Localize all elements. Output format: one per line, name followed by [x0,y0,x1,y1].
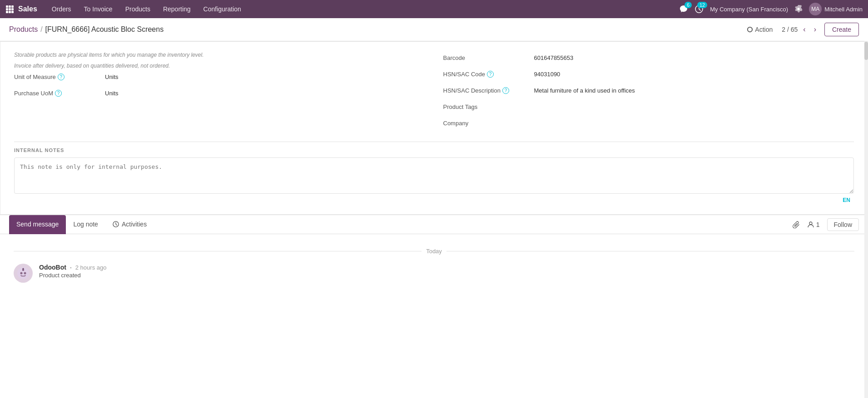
followers-button[interactable]: 1 [807,221,820,228]
unit-of-measure-field: Unit of Measure ? Units [14,70,425,86]
clock-notifications-button[interactable]: 12 [694,5,704,14]
titlebar: Products / [FURN_6666] Acoustic Bloc Scr… [0,18,868,41]
chatter-tabs: Send message Log note Activities [0,215,868,234]
svg-point-16 [23,268,24,270]
menu-orders[interactable]: Orders [46,3,77,15]
message-time: 2 hours ago [75,264,107,271]
log-note-tab[interactable]: Log note [66,215,105,234]
company-field: Company [443,116,854,133]
settings-icon[interactable] [794,5,803,13]
form-container: Storable products are physical items for… [0,41,868,215]
menu-reporting[interactable]: Reporting [158,3,196,15]
internal-notes-textarea[interactable] [14,157,854,194]
date-divider-line-left [14,251,422,251]
message-body: OdooBot · 2 hours ago Product created [39,264,106,283]
followers-count: 1 [816,221,820,228]
chat-badge: 6 [684,2,692,8]
pagination-next-button[interactable]: › [811,25,819,34]
purchase-uom-field: Purchase UoM ? Units [14,86,425,103]
scrollbar-track [864,41,868,301]
action-label: Action [755,26,773,33]
pagination-prev-button[interactable]: ‹ [800,25,808,34]
hsn-sac-desc-field: HSN/SAC Description ? Metal furniture of… [443,84,854,100]
username: Mitchell Admin [824,6,863,13]
scrollbar-thumb[interactable] [864,42,868,60]
messages-area: Today OdooBot [0,234,868,301]
date-divider-text: Today [426,248,442,255]
hsn-sac-code-value: 94031090 [534,70,560,78]
message-content: Product created [39,272,106,279]
svg-rect-7 [9,11,11,13]
topnav-right: 6 12 My Company (San Francisco) MA Mitch… [679,3,863,15]
follow-button[interactable]: Follow [827,218,859,231]
menu-products[interactable]: Products [120,3,156,15]
svg-rect-5 [11,8,14,10]
svg-point-13 [20,272,23,275]
form-grid: Storable products are physical items for… [14,51,854,133]
chatter-section: Send message Log note Activities [0,215,868,301]
chatter-right-actions: 1 Follow [793,218,859,231]
internal-notes-container: EN [14,157,854,205]
attachment-button[interactable] [793,221,800,228]
language-indicator[interactable]: EN [14,195,854,205]
purchase-uom-help-icon[interactable]: ? [55,90,62,97]
purchase-uom-label: Purchase UoM ? [14,89,105,97]
top-menu: Orders To Invoice Products Reporting Con… [46,3,679,15]
breadcrumb: Products / [FURN_6666] Acoustic Bloc Scr… [9,25,743,34]
storable-note-1: Storable products are physical items for… [14,51,425,59]
odoobot-avatar [14,264,33,283]
hsn-sac-code-field: HSN/SAC Code ? 94031090 [443,67,854,84]
pagination-info: 2 / 65 [782,26,798,33]
unit-of-measure-value: Units [105,73,119,80]
svg-point-11 [809,222,812,225]
svg-rect-6 [6,11,8,13]
avatar: MA [809,3,822,15]
section-divider [14,142,854,142]
message-separator: · [70,264,72,271]
date-divider-line-right [446,251,854,251]
create-button[interactable]: Create [824,23,859,36]
hsn-sac-desc-label: HSN/SAC Description ? [443,86,534,94]
date-divider: Today [14,248,854,255]
storable-note-2: Invoice after delivery, based on quantit… [14,62,425,70]
app-brand[interactable]: Sales [18,5,37,13]
form-left-column: Storable products are physical items for… [14,51,425,133]
menu-configuration[interactable]: Configuration [198,3,247,15]
send-message-tab[interactable]: Send message [9,215,66,234]
hsn-sac-code-help-icon[interactable]: ? [487,71,494,78]
barcode-field: Barcode 601647855653 [443,51,854,67]
message-author: OdooBot [39,264,66,271]
apps-grid-button[interactable] [5,5,14,13]
svg-rect-0 [6,5,8,8]
pagination: 2 / 65 ‹ › [782,25,819,34]
hsn-sac-desc-help-icon[interactable]: ? [502,87,509,94]
user-menu[interactable]: MA Mitchell Admin [809,3,863,15]
hsn-sac-desc-value: Metal furniture of a kind used in office… [534,86,635,94]
breadcrumb-current-page: [FURN_6666] Acoustic Bloc Screens [45,25,164,34]
action-button[interactable]: Action [743,24,776,35]
chat-notifications-button[interactable]: 6 [679,5,688,14]
svg-rect-8 [11,11,14,13]
svg-rect-1 [9,5,11,8]
breadcrumb-separator: / [40,25,42,34]
message-item: OdooBot · 2 hours ago Product created [14,264,854,283]
product-tags-label: Product Tags [443,103,534,110]
company-selector[interactable]: My Company (San Francisco) [710,6,788,13]
svg-rect-3 [6,8,8,10]
menu-to-invoice[interactable]: To Invoice [79,3,118,15]
svg-rect-4 [9,8,11,10]
main-scroll-container[interactable]: Storable products are physical items for… [0,41,868,301]
product-tags-field: Product Tags [443,100,854,116]
company-label: Company [443,119,534,127]
breadcrumb-products-link[interactable]: Products [9,25,38,34]
hsn-sac-code-label: HSN/SAC Code ? [443,70,534,78]
form-right-column: Barcode 601647855653 HSN/SAC Code ? 9403… [443,51,854,133]
unit-of-measure-help-icon[interactable]: ? [58,74,64,80]
top-navbar: Sales Orders To Invoice Products Reporti… [0,0,868,18]
purchase-uom-value: Units [105,89,119,97]
clock-badge: 12 [697,2,707,8]
unit-of-measure-label: Unit of Measure ? [14,73,105,80]
activities-tab[interactable]: Activities [105,215,154,234]
barcode-label: Barcode [443,54,534,61]
svg-point-14 [24,272,26,275]
